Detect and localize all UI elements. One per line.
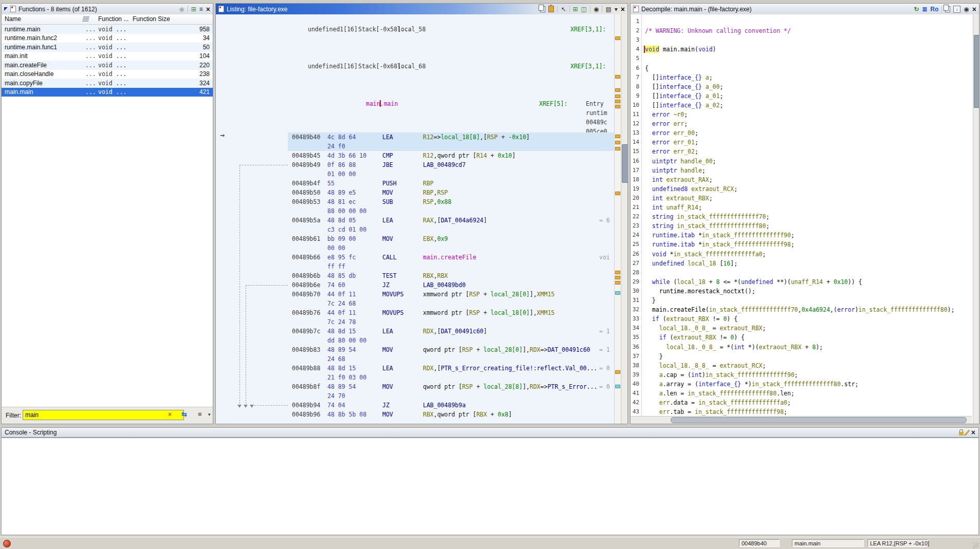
decompiled-code-line[interactable]: err.data = in_stack_ffffffffffffffa0; [645, 398, 791, 407]
function-row[interactable]: runtime.main.func2...void ...34 [2, 34, 213, 43]
margin-panel-icon[interactable]: ▤ [605, 6, 611, 12]
asm-instruction-row[interactable]: 00489b404c 8d 64LEAR12=>local_18[8],[RSP… [216, 132, 613, 142]
filter-settings-dropdown-icon[interactable]: ▾ [208, 412, 211, 417]
filter-input[interactable] [23, 410, 184, 420]
bookmark-mark[interactable] [615, 385, 620, 388]
column-header-size[interactable]: Function Size [133, 15, 170, 23]
bookmark-mark[interactable] [615, 370, 620, 374]
asm-bytes-continuation[interactable]: 24 68 [216, 354, 613, 364]
decompiled-code-line[interactable]: error err_01; [645, 138, 698, 147]
asm-instruction-row[interactable]: 00489b7c48 8d 15LEARDX,[DAT_00491c60]= 1 [216, 327, 613, 336]
decompiled-code-line[interactable]: if (extraout_RBX != 0) { [645, 333, 745, 342]
functions-panel-titlebar[interactable]: Functions - 8 items (of 1612) ◉ ⊞ ≡ × [2, 4, 213, 15]
scrollbar-thumb[interactable] [974, 35, 979, 108]
bookmark-mark[interactable] [615, 271, 620, 274]
diff-view-icon[interactable]: ◫ [581, 6, 587, 12]
functions-table-header[interactable]: Name Function ... Function Size [2, 14, 213, 25]
decompiled-code-line[interactable]: int unaff_R14; [645, 203, 702, 212]
decompiled-code-line[interactable]: []interface_{} a_00; [645, 82, 723, 91]
asm-instruction-row[interactable]: 00489b454d 3b 66 10CMPR12,qword ptr [R14… [216, 151, 613, 160]
asm-instruction-row[interactable]: 00489b5048 89 e5MOVRBP,RSP [216, 188, 613, 197]
asm-bytes-continuation[interactable]: 00 00 [216, 243, 613, 253]
listing-vertical-scrollbar[interactable] [621, 14, 627, 424]
decompiled-code-line[interactable]: error err_00; [645, 128, 698, 138]
cursor-location-icon[interactable]: ↖ [561, 6, 566, 12]
decompiled-code-line[interactable]: runtime.itab *in_stack_ffffffffffffff98; [645, 240, 794, 249]
function-signature-column-icon[interactable] [82, 16, 89, 22]
close-icon[interactable]: × [971, 429, 975, 436]
snapshot-icon[interactable]: ◉ [964, 6, 969, 12]
bookmark-mark[interactable] [615, 105, 620, 108]
decompile-panel-titlebar[interactable]: Decompile: main.main - (file-factory.exe… [631, 4, 979, 15]
decompiled-code-line[interactable]: /* WARNING: Unknown calling convention *… [645, 26, 791, 35]
graph-icon[interactable]: ≣ [922, 6, 927, 12]
asm-bytes-continuation[interactable]: 24 f0 [216, 142, 613, 151]
decompiled-code-line[interactable]: uintptr handle_00; [645, 157, 716, 166]
asm-bytes-continuation[interactable]: c3 cd 01 00 [216, 225, 613, 234]
column-filter-icon[interactable]: ⇆ [181, 410, 187, 418]
decompiled-code-line[interactable]: } [645, 352, 663, 361]
asm-bytes-continuation[interactable]: 24 70 [216, 391, 613, 401]
decompiled-code-line[interactable]: undefined local_18 [16]; [645, 259, 737, 268]
scrollbar-thumb[interactable] [671, 417, 967, 423]
filter-settings-icon[interactable]: ≡ [198, 410, 202, 418]
decompiled-code-line[interactable]: { [645, 64, 649, 73]
asm-instruction-row[interactable]: 00489b8848 8d 15LEARDX,[PTR_s_Error_crea… [216, 364, 613, 373]
edit-fields-icon[interactable]: ⊞ [573, 6, 578, 12]
asm-bytes-continuation[interactable]: 7c 24 68 [216, 299, 613, 308]
bookmark-mark[interactable] [615, 100, 620, 103]
asm-bytes-continuation[interactable]: dd 80 00 00 [216, 336, 613, 345]
asm-bytes-continuation[interactable]: 88 00 00 00 [216, 206, 613, 216]
asm-instruction-row[interactable]: 00489b6b48 85 dbTESTRBX,RBX [216, 271, 613, 280]
decompiled-code-line[interactable]: local_18._8_8_ = extraout_RCX; [645, 361, 766, 370]
decompiled-code-line[interactable]: a.len = in_stack_ffffffffffffff80.len; [645, 389, 794, 398]
asm-instruction-row[interactable]: 00489b66e8 95 fcCALLmain.createFilevoi [216, 253, 613, 262]
asm-instruction-row[interactable]: 00489b7044 0f 11MOVUPSxmmword ptr [RSP +… [216, 290, 613, 299]
resize-grip[interactable] [972, 542, 979, 548]
decompiled-code-line[interactable]: main.createFile(in_stack_ffffffffffffff7… [645, 305, 954, 314]
console-output[interactable] [1, 438, 979, 535]
column-header-function[interactable]: Function ... [98, 15, 128, 23]
asm-instruction-row[interactable]: 00489b7644 0f 11MOVUPSxmmword ptr [RSP +… [216, 308, 613, 317]
listing-xref-line[interactable]: runtim [216, 108, 613, 118]
copy-icon[interactable] [945, 6, 950, 12]
panel-dropdown-icon[interactable]: ▾ [615, 6, 618, 12]
clear-filter-icon[interactable]: × [168, 411, 172, 418]
close-icon[interactable]: × [972, 6, 976, 12]
close-icon[interactable]: × [621, 6, 625, 12]
bookmark-mark[interactable] [615, 75, 620, 79]
bookmark-mark[interactable] [615, 281, 620, 285]
paste-icon[interactable] [548, 6, 554, 12]
decompiled-code-line[interactable]: []interface_{} a_01; [645, 91, 723, 101]
listing-variable-line[interactable]: undefined1[16]Stack[-0x68]...local_68XRE… [216, 62, 613, 71]
decompiled-code-line[interactable]: a.array = (interface_{} *)in_stack_fffff… [645, 380, 859, 389]
decompiled-code-line[interactable]: runtime.morestack_noctxt(); [645, 287, 755, 296]
bookmark-mark[interactable] [615, 135, 620, 138]
decompiled-code-line[interactable]: []interface_{} a; [645, 73, 713, 82]
scroll-lock-icon[interactable] [959, 432, 964, 436]
asm-bytes-continuation[interactable]: 7c 24 78 [216, 317, 613, 327]
column-header-name[interactable]: Name [5, 15, 21, 23]
asm-instruction-row[interactable]: 00489b61bb 09 00MOVEBX,0x9 [216, 234, 613, 243]
decompiled-code-line[interactable]: error err; [645, 119, 688, 128]
decompiled-code-line[interactable]: uintptr handle; [645, 166, 706, 175]
refresh-icon[interactable]: ↻ [914, 6, 919, 12]
function-row[interactable]: main.createFile...void ...220 [2, 61, 213, 70]
bookmark-mark[interactable] [615, 276, 620, 279]
function-row[interactable]: main.main...void ...421 [2, 88, 213, 97]
decompiled-code-line[interactable]: } [645, 296, 656, 305]
asm-instruction-row[interactable]: 00489b5a48 8d 05LEARAX,[DAT_004a6924]= 6 [216, 216, 613, 225]
export-icon[interactable]: ↓ [953, 6, 960, 13]
decompiled-code-line[interactable]: local_18._0_8_ = extraout_RBX; [645, 324, 766, 333]
decompiled-code-line[interactable]: runtime.itab *in_stack_ffffffffffffff90; [645, 231, 794, 240]
listing-variable-line[interactable]: undefined1[16]Stack[-0x58]...local_58XRE… [216, 25, 613, 34]
scrollbar-thumb[interactable] [622, 144, 628, 183]
asm-instruction-row[interactable]: 00489b5348 81 ecSUBRSP,0x88 [216, 197, 613, 206]
decompiled-code-line[interactable]: []interface_{} a_02; [645, 101, 723, 110]
listing-view[interactable]: undefined1[16]Stack[-0x58]...local_58XRE… [216, 14, 627, 424]
decompiled-code-line[interactable]: if (extraout_RBX != 0) { [645, 314, 737, 324]
ro-toolbar-label[interactable]: Ro [930, 6, 938, 12]
decompiled-code-line[interactable]: int extraout_RAX; [645, 175, 713, 184]
bookmark-mark[interactable] [615, 88, 620, 92]
function-row[interactable]: main.copyFile...void ...324 [2, 79, 213, 88]
